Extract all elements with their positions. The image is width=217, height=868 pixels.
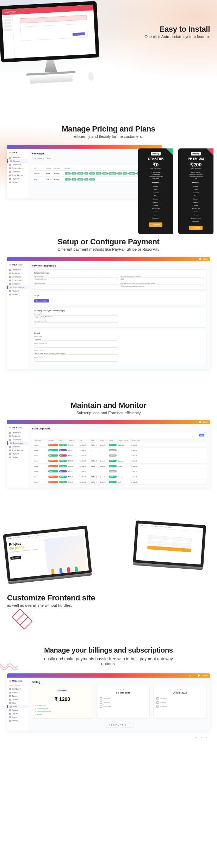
- monitor-heading: Maintain and Monitor: [7, 401, 210, 410]
- package-badge: Free: [48, 454, 58, 457]
- table-row: BotbleStarterfree₹0.0004 Mar 21——Cancell…: [32, 469, 206, 474]
- sidebar-item-customers[interactable]: Customers: [7, 170, 28, 173]
- price-name: STARTER: [141, 157, 170, 160]
- nav-link-signup[interactable]: Signup: [41, 534, 44, 536]
- sidebar-item-subscriptions[interactable]: Subscriptions: [7, 279, 28, 282]
- nav-icon: [9, 435, 11, 437]
- app-sidebar: ⚙TASK DashboardPackagesCompaniesSubscrip…: [7, 149, 28, 198]
- sidebar-item-packages[interactable]: Packages: [7, 434, 28, 438]
- subs-add-button[interactable]: Add: [199, 434, 204, 436]
- sidebar-item-settings[interactable]: Settings: [7, 719, 28, 722]
- nav-link-features[interactable]: Features: [149, 525, 154, 527]
- sidebar-item-companies[interactable]: Companies: [7, 438, 28, 441]
- sidebar-item-dashboard[interactable]: Dashboard: [7, 268, 28, 271]
- billing-option[interactable]: 1 Complete: [156, 697, 203, 701]
- sidebar-item-projects[interactable]: Projects: [7, 691, 28, 694]
- tab-once[interactable]: Once: [32, 157, 36, 159]
- module-item: Reports: [181, 201, 211, 204]
- sidebar-item-billing[interactable]: Billing: [7, 705, 28, 708]
- tab-monthly[interactable]: Monthly: [38, 157, 44, 159]
- billing-option[interactable]: 1 Cancelled: [156, 704, 203, 708]
- sidebar-item-dashboard[interactable]: Dashboard: [7, 687, 28, 691]
- sidebar-item-settings[interactable]: Settings: [7, 293, 28, 296]
- text-input[interactable]: Sandbox: [34, 338, 118, 341]
- nav-link-pricing[interactable]: Pricing: [145, 525, 148, 527]
- text-input[interactable]: [34, 345, 118, 348]
- text-input[interactable]: rzp_test_YCDsfAJvEbLHMs: [34, 315, 118, 318]
- sidebar-item-payment[interactable]: Payment: [7, 177, 28, 181]
- nav-link-pricing[interactable]: Pricing: [17, 537, 21, 538]
- module-item: Finance: [181, 197, 211, 201]
- nav-link-home[interactable]: Home: [13, 537, 16, 539]
- sidebar-item-dashboard[interactable]: Dashboard: [7, 431, 28, 434]
- text-input[interactable]: [34, 359, 118, 362]
- tab-yearly[interactable]: Yearly: [46, 157, 51, 159]
- sidebar-item-payment[interactable]: Payment: [7, 289, 28, 293]
- nav-link-signup[interactable]: Signup: [168, 527, 172, 528]
- sidebar-item-companies[interactable]: Companies: [7, 275, 28, 279]
- connect-button[interactable]: Connect to Stripe: [34, 299, 49, 302]
- sidebar-item-front-settings[interactable]: Front Settings: [7, 448, 28, 452]
- login-submit-button[interactable]: [147, 546, 191, 552]
- sidebar-item-finance[interactable]: Finance: [7, 708, 28, 712]
- notification-icon[interactable]: 🔔: [193, 674, 196, 677]
- install-update-button[interactable]: [73, 32, 85, 36]
- nav-link-about[interactable]: About: [155, 526, 158, 527]
- text-input[interactable]: INR: [120, 277, 204, 280]
- sidebar-item-customers[interactable]: Customers: [7, 445, 28, 448]
- frontend-laptop-login: HomePricingFeaturesAboutContactLoginSign…: [133, 520, 206, 570]
- sidebar-item-subscriptions[interactable]: Subscriptions: [7, 441, 28, 445]
- nav-link-login[interactable]: Login: [164, 526, 167, 528]
- nav-link-home[interactable]: Home: [141, 525, 143, 526]
- billing-option[interactable]: 1 Pending: [100, 701, 147, 704]
- billing-option[interactable]: 1 Cancelled: [100, 704, 147, 708]
- sidebar-item-settings[interactable]: Settings: [7, 456, 28, 459]
- sidebar-item-customers[interactable]: Customers: [7, 282, 28, 286]
- text-input[interactable]: [34, 285, 118, 287]
- sidebar-item-dashboard[interactable]: Dashboard: [7, 156, 28, 159]
- sidebar-item-front-settings[interactable]: Front Settings: [7, 173, 28, 177]
- billing-option[interactable]: 1 Pending: [156, 701, 203, 704]
- nav-icon: [9, 709, 11, 711]
- sidebar-item-subscriptions[interactable]: Subscriptions: [7, 166, 28, 170]
- user-badge[interactable]: Hi User: [199, 258, 208, 260]
- payment-card: PaypalPaypal modeSandboxPaypal Endpoint …: [32, 330, 206, 364]
- nav-link-contact[interactable]: Contact: [31, 535, 35, 537]
- column-header: Start: [80, 439, 90, 441]
- table-row: BotbleStarterfree₹0.0004 Mar 21——Cancell…: [32, 448, 206, 453]
- sidebar-item-tasks[interactable]: Tasks: [7, 694, 28, 698]
- text-input[interactable]: AWSm3LbYOBbzKw74bSFpiF31uAe4WuQjGrS...: [34, 352, 118, 355]
- nav-link-login[interactable]: Login: [37, 534, 39, 536]
- diamond-decoration-icon: [14, 611, 32, 629]
- nav-link-about[interactable]: About: [27, 536, 30, 537]
- hero-cta-button[interactable]: Get Started: [10, 556, 21, 560]
- topbar-icon[interactable]: ◧: [190, 674, 191, 677]
- module-pill: Finance: [89, 172, 95, 175]
- nav-icon: [9, 283, 11, 285]
- sidebar-item-settings[interactable]: Settings: [7, 181, 28, 184]
- sidebar-item-calendar[interactable]: Calendar: [7, 698, 28, 701]
- text-input[interactable]: https://example.com/payment-listener: [120, 285, 204, 287]
- sidebar-item-chat[interactable]: Chat: [7, 701, 28, 705]
- billing-all-plans-button[interactable]: A L L P L A N S →: [105, 722, 134, 728]
- nav-icon: [9, 439, 11, 441]
- nav-link-features[interactable]: Features: [22, 536, 26, 538]
- text-input[interactable]: ••••••••: [34, 322, 118, 325]
- subscriptions-panel: Hi User ⚙TASKHUB DashboardPackagesCompan…: [7, 420, 210, 488]
- install-subheading: One click Auto-update system feature.: [104, 35, 210, 39]
- text-input[interactable]: Sandbox / Testing: [34, 277, 118, 280]
- sidebar-item-users[interactable]: Users: [7, 715, 28, 719]
- sidebar-item-packages[interactable]: Packages: [7, 159, 28, 163]
- sidebar-item-reports[interactable]: Reports: [7, 712, 28, 715]
- sidebar-item-front-settings[interactable]: Front Settings: [7, 286, 28, 289]
- install-heading: Easy to Install: [104, 25, 210, 34]
- nav-link-contact[interactable]: Contact: [159, 526, 163, 528]
- billing-option[interactable]: 1 Complete: [100, 697, 147, 701]
- sidebar-item-payment[interactable]: Payment: [7, 452, 28, 456]
- price-per: user / per month: [181, 167, 211, 169]
- sidebar-item-packages[interactable]: Packages: [7, 271, 28, 275]
- pricing-heading: Manage Pricing and Plans: [7, 124, 210, 134]
- card-title: Paypal: [34, 332, 204, 334]
- sidebar-item-companies[interactable]: Companies: [7, 163, 28, 166]
- nav-icon: [9, 716, 11, 718]
